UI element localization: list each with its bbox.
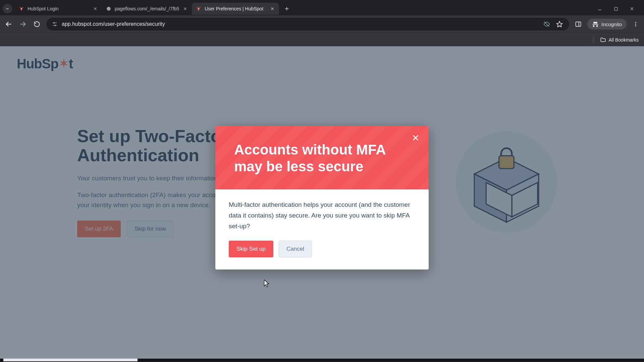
svg-point-10: [197, 7, 198, 8]
modal-text: Multi-factor authentication helps your a…: [229, 199, 415, 232]
divider: [593, 36, 593, 44]
kebab-icon: [633, 21, 639, 27]
svg-point-12: [198, 10, 199, 11]
nav-forward-button[interactable]: [18, 19, 28, 29]
tab-title: HubSpot Login: [28, 6, 89, 11]
modal-title: Accounts without MFA may be less secure: [234, 141, 410, 175]
chrome-menu-button[interactable]: [631, 20, 640, 28]
tab-close-button[interactable]: [93, 6, 98, 11]
tune-icon: [52, 21, 58, 27]
reload-icon: [34, 21, 40, 27]
window-close-button[interactable]: [629, 5, 635, 12]
window-controls: [596, 5, 641, 12]
tab-title: pageflows.com/_/emails/_/7fb5: [115, 6, 179, 11]
page-viewport: HubSp✶t Set up Two-Factor Authentication…: [0, 46, 644, 361]
arrow-right-icon: [19, 20, 26, 28]
svg-point-32: [635, 24, 636, 25]
toolbar-right: Incognito: [574, 19, 640, 29]
close-icon: [93, 7, 97, 11]
tab-title: User Preferences | HubSpot: [205, 6, 266, 11]
maximize-icon: [614, 7, 618, 11]
tab-search-button[interactable]: [3, 4, 12, 13]
browser-chrome: HubSpot Login pageflows.com/_/emails/_/7…: [0, 0, 644, 46]
side-panel-button[interactable]: [574, 20, 583, 28]
svg-point-3: [21, 10, 22, 11]
arrow-left-icon: [5, 20, 12, 28]
all-bookmarks-button[interactable]: All Bookmarks: [600, 37, 639, 43]
mfa-skip-modal: Accounts without MFA may be less secure …: [215, 126, 429, 269]
skip-setup-button[interactable]: Skip Set up: [229, 241, 273, 257]
svg-rect-29: [576, 22, 581, 26]
close-icon: [270, 7, 274, 11]
svg-point-11: [200, 7, 200, 8]
eye-off-button[interactable]: [542, 20, 551, 28]
bookmarks-bar: All Bookmarks: [0, 33, 644, 46]
close-icon: [412, 134, 420, 142]
svg-point-0: [20, 8, 22, 10]
modal-body: Multi-factor authentication helps your a…: [215, 189, 429, 269]
svg-marker-28: [557, 21, 562, 27]
site-settings-button[interactable]: [52, 21, 58, 27]
url-input[interactable]: [62, 21, 538, 27]
modal-close-button[interactable]: [410, 132, 421, 143]
incognito-indicator[interactable]: Incognito: [587, 19, 627, 29]
tab-close-button[interactable]: [270, 6, 275, 11]
svg-point-9: [198, 8, 200, 10]
close-icon: [630, 6, 634, 11]
nav-reload-button[interactable]: [32, 19, 42, 29]
svg-point-2: [22, 7, 23, 8]
chevron-down-icon: [5, 6, 10, 11]
folder-icon: [600, 37, 606, 43]
minimize-icon: [597, 6, 602, 11]
tab-hubspot-login[interactable]: HubSpot Login: [15, 3, 102, 15]
address-bar[interactable]: [46, 18, 569, 31]
incognito-label: Incognito: [601, 21, 622, 27]
generic-favicon-icon: [106, 6, 111, 11]
svg-point-6: [107, 7, 111, 11]
window-maximize-button[interactable]: [612, 5, 619, 12]
modal-actions: Skip Set up Cancel: [229, 241, 415, 257]
svg-point-1: [20, 7, 20, 8]
hubspot-favicon-icon: [19, 6, 24, 11]
taskbar-hint: [0, 359, 644, 361]
svg-point-31: [635, 22, 636, 23]
svg-point-24: [53, 22, 54, 23]
panel-icon: [575, 21, 582, 27]
close-icon: [183, 7, 187, 11]
tab-pageflows[interactable]: pageflows.com/_/emails/_/7fb5: [102, 3, 192, 15]
star-icon: [556, 21, 563, 27]
plus-icon: [284, 6, 289, 11]
tab-close-button[interactable]: [182, 6, 188, 11]
modal-header: Accounts without MFA may be less secure: [215, 126, 429, 189]
incognito-icon: [592, 21, 599, 27]
nav-back-button[interactable]: [4, 19, 13, 29]
browser-toolbar: Incognito: [0, 15, 644, 33]
hubspot-favicon-icon: [196, 6, 201, 11]
all-bookmarks-label: All Bookmarks: [609, 37, 639, 43]
tab-user-preferences[interactable]: User Preferences | HubSpot: [192, 3, 279, 15]
new-tab-button[interactable]: [282, 4, 292, 14]
tab-strip: HubSpot Login pageflows.com/_/emails/_/7…: [0, 0, 644, 15]
svg-rect-18: [614, 7, 618, 10]
svg-point-33: [635, 25, 636, 26]
eye-off-icon: [543, 21, 550, 27]
cancel-button[interactable]: Cancel: [279, 241, 312, 257]
bookmark-star-button[interactable]: [555, 20, 564, 28]
svg-point-26: [55, 25, 56, 26]
window-minimize-button[interactable]: [596, 5, 603, 12]
